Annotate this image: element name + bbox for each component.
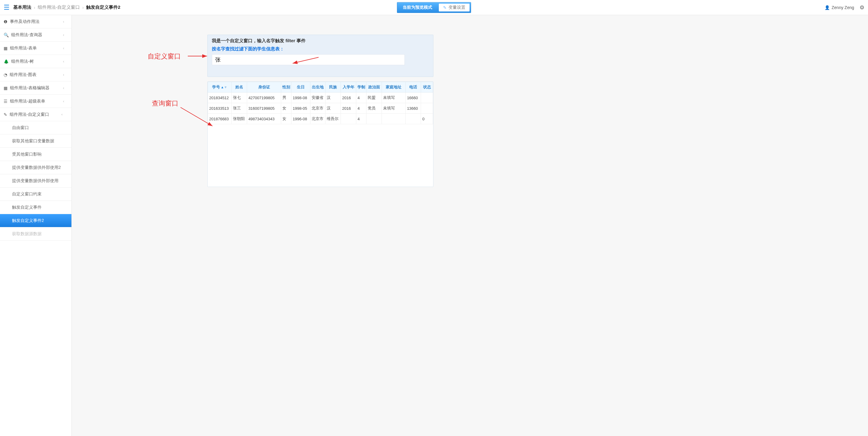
col-header[interactable]: 状态: [421, 82, 433, 93]
menu-toggle-icon[interactable]: ☰: [4, 4, 10, 11]
table-cell: 13660: [406, 103, 421, 114]
sidebar-sub-3[interactable]: 提供变量数据供外部使用2: [0, 161, 71, 174]
search-icon: 🔍: [4, 33, 9, 37]
table-cell: 2016: [341, 93, 356, 103]
sidebar-item-label: 组件用法-表格编辑器: [10, 85, 50, 91]
col-header[interactable]: 民族: [326, 82, 341, 93]
table-row[interactable]: 201633513张三316007199805女1998-05北京市汉20164…: [208, 103, 433, 114]
chevron-right-icon: ›: [34, 5, 35, 10]
table-cell: 男: [281, 93, 291, 103]
chevron-left-icon: ‹: [63, 59, 64, 64]
gear-icon[interactable]: ⚙: [860, 4, 864, 11]
superform-icon: ☰: [4, 99, 7, 104]
sidebar-sub-1[interactable]: 获取其他窗口变量数据: [0, 135, 71, 148]
table-cell: [367, 114, 382, 124]
table-cell: 4: [356, 103, 367, 114]
col-header[interactable]: 姓名: [232, 82, 247, 93]
pencil-icon: ✎: [443, 5, 447, 10]
sidebar-item-3[interactable]: 🌲组件用法-树‹: [0, 55, 71, 68]
sort-indicator-icon: ▲▼: [221, 85, 227, 89]
variable-settings-button[interactable]: ✎ 变量设置: [439, 4, 470, 11]
col-header[interactable]: 出生地: [310, 82, 326, 93]
annotation-query-window-label: 查询窗口: [152, 99, 179, 108]
preview-mode-label: 当前为预览模式: [397, 2, 438, 13]
sidebar-sub-4[interactable]: 提供变量数据供外部使用: [0, 174, 71, 187]
sidebar-sub-7[interactable]: 触发自定义事件2: [0, 214, 71, 227]
sidebar-item-4[interactable]: ◔组件用法-图表‹: [0, 68, 71, 81]
table-cell: 427007199805: [247, 93, 281, 103]
user-menu[interactable]: 👤 Zenny Zeng: [825, 5, 854, 10]
table-cell: 未填写: [382, 93, 406, 103]
sidebar-item-label: 组件用法-查询器: [11, 32, 42, 38]
sidebar-sub-5[interactable]: 自定义窗口约束: [0, 187, 71, 201]
table-cell: 0: [421, 114, 433, 124]
table-cell: 1996-08: [291, 114, 310, 124]
table-cell: [341, 114, 356, 124]
sidebar-item-label: 组件用法-树: [11, 59, 34, 64]
preview-mode-pill: 当前为预览模式 ✎ 变量设置: [397, 2, 471, 13]
sidebar-sub-2[interactable]: 受其他窗口影响: [0, 148, 71, 161]
col-header[interactable]: 入学年: [341, 82, 356, 93]
info-circle-icon: ❶: [4, 19, 7, 24]
sidebar-item-0[interactable]: ❶事件及动作用法‹: [0, 15, 71, 28]
col-header[interactable]: 性别: [281, 82, 291, 93]
sidebar-item-label: 组件用法-超级表单: [10, 98, 45, 104]
table-cell: 张七: [232, 93, 247, 103]
chart-icon: ◔: [4, 72, 7, 77]
table-cell: 未填写: [382, 103, 406, 114]
chevron-down-icon: ⌄: [61, 113, 65, 116]
main-canvas: 自定义窗口 查询窗口 用户输入时会触发 filter 事件， 影响下面的查询结果…: [72, 15, 868, 436]
custom-window-pane: 我是一个自定义窗口，输入名字触发 filter 事件 按名字查找过滤下面的学生信…: [207, 35, 433, 77]
col-header[interactable]: 家庭地址: [382, 82, 406, 93]
sidebar-sub-8[interactable]: 获取数据源数据: [0, 227, 71, 241]
sidebar-item-label: 组件用法-表单: [10, 46, 37, 51]
table-cell: 1998-08: [291, 93, 310, 103]
sidebar-sub-0[interactable]: 自由窗口: [0, 121, 71, 135]
chevron-left-icon: ‹: [63, 33, 64, 37]
table-cell: 4: [356, 114, 367, 124]
chevron-left-icon: ‹: [63, 99, 64, 104]
breadcrumb-current: 触发自定义事件2: [86, 4, 120, 10]
sidebar-item-7[interactable]: ✎组件用法-自定义窗口⌄: [0, 108, 71, 121]
sidebar-item-6[interactable]: ☰组件用法-超级表单‹: [0, 95, 71, 108]
table-cell: [406, 114, 421, 124]
table-cell: [421, 103, 433, 114]
sidebar-sub-6[interactable]: 触发自定义事件: [0, 201, 71, 214]
variable-settings-label: 变量设置: [448, 5, 465, 10]
table-cell: 2016: [341, 103, 356, 114]
table-cell: 201876683: [208, 114, 232, 124]
table-cell: 201633513: [208, 103, 232, 114]
col-header[interactable]: 政治面: [367, 82, 382, 93]
col-header[interactable]: 学号▲▼: [208, 82, 232, 93]
chevron-right-icon: ›: [82, 5, 84, 10]
topbar: ☰ 基本用法 › 组件用法-自定义窗口 › 触发自定义事件2 当前为预览模式 ✎…: [0, 0, 868, 15]
col-header[interactable]: 身份证: [247, 82, 281, 93]
sidebar-item-label: 组件用法-自定义窗口: [10, 112, 49, 117]
sidebar-item-1[interactable]: 🔍组件用法-查询器‹: [0, 28, 71, 41]
custom-window-title: 我是一个自定义窗口，输入名字触发 filter 事件: [208, 35, 433, 46]
name-filter-input[interactable]: [212, 54, 405, 65]
col-header[interactable]: 学制: [356, 82, 367, 93]
table-cell: 北京市: [310, 103, 326, 114]
table-row[interactable]: 201834512张七427007199805男1998-08安徽省汉20164…: [208, 93, 433, 103]
breadcrumb: 基本用法 › 组件用法-自定义窗口 › 触发自定义事件2: [13, 4, 120, 10]
table-cell: 316007199805: [247, 103, 281, 114]
table-cell: 张三: [232, 103, 247, 114]
table-cell: 498734034343: [247, 114, 281, 124]
sidebar-item-label: 事件及动作用法: [10, 19, 39, 24]
table-row[interactable]: 201876683张朝阳498734034343女1996-08北京市维吾尔40: [208, 114, 433, 124]
table-cell: 1998-05: [291, 103, 310, 114]
breadcrumb-root[interactable]: 基本用法: [13, 4, 31, 10]
edit-icon: ✎: [4, 112, 7, 117]
user-icon: 👤: [825, 5, 830, 10]
sidebar-item-2[interactable]: ▦组件用法-表单‹: [0, 41, 71, 55]
breadcrumb-mid[interactable]: 组件用法-自定义窗口: [38, 4, 80, 10]
sidebar: ❶事件及动作用法‹🔍组件用法-查询器‹▦组件用法-表单‹🌲组件用法-树‹◔组件用…: [0, 15, 72, 436]
tree-icon: 🌲: [4, 59, 9, 64]
col-header[interactable]: 电话: [406, 82, 421, 93]
user-name: Zenny Zeng: [832, 5, 854, 10]
table-cell: 汉: [326, 93, 341, 103]
topbar-right: 👤 Zenny Zeng ⚙: [825, 4, 864, 11]
col-header[interactable]: 生日: [291, 82, 310, 93]
sidebar-item-5[interactable]: ▦组件用法-表格编辑器‹: [0, 81, 71, 95]
